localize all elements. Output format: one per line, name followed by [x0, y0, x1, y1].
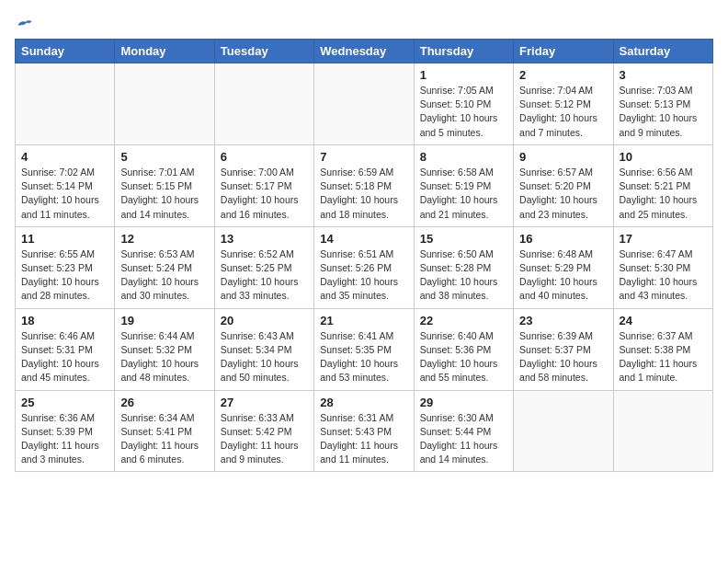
logo-bird-icon [17, 18, 33, 31]
table-row: 20Sunrise: 6:43 AM Sunset: 5:34 PM Dayli… [214, 308, 313, 390]
day-number: 13 [221, 232, 308, 246]
calendar-week-5: 25Sunrise: 6:36 AM Sunset: 5:39 PM Dayli… [16, 390, 713, 472]
day-info: Sunrise: 6:59 AM Sunset: 5:18 PM Dayligh… [320, 166, 407, 222]
logo [15, 18, 33, 31]
day-number: 3 [620, 68, 707, 82]
table-row: 23Sunrise: 6:39 AM Sunset: 5:37 PM Dayli… [514, 308, 613, 390]
day-info: Sunrise: 6:33 AM Sunset: 5:42 PM Dayligh… [221, 411, 308, 467]
table-row: 18Sunrise: 6:46 AM Sunset: 5:31 PM Dayli… [16, 308, 115, 390]
day-number: 19 [120, 314, 208, 327]
weekday-header-thursday: Thursday [414, 40, 513, 63]
table-row: 11Sunrise: 6:55 AM Sunset: 5:23 PM Dayli… [16, 226, 115, 308]
weekday-header-sunday: Sunday [16, 40, 115, 63]
day-number: 2 [519, 68, 607, 82]
table-row: 24Sunrise: 6:37 AM Sunset: 5:38 PM Dayli… [613, 308, 712, 390]
day-info: Sunrise: 6:46 AM Sunset: 5:31 PM Dayligh… [21, 329, 108, 385]
day-number: 23 [519, 314, 607, 327]
calendar-week-2: 4Sunrise: 7:02 AM Sunset: 5:14 PM Daylig… [16, 144, 713, 226]
day-number: 5 [120, 150, 208, 164]
day-number: 4 [21, 150, 108, 164]
day-info: Sunrise: 6:36 AM Sunset: 5:39 PM Dayligh… [21, 411, 108, 467]
day-info: Sunrise: 6:51 AM Sunset: 5:26 PM Dayligh… [320, 247, 407, 304]
table-row [613, 390, 712, 472]
day-number: 27 [221, 396, 308, 409]
weekday-header-friday: Friday [514, 40, 613, 63]
table-row: 6Sunrise: 7:00 AM Sunset: 5:17 PM Daylig… [214, 144, 313, 226]
day-info: Sunrise: 6:53 AM Sunset: 5:24 PM Dayligh… [120, 247, 208, 304]
table-row: 16Sunrise: 6:48 AM Sunset: 5:29 PM Dayli… [514, 226, 613, 308]
table-row: 12Sunrise: 6:53 AM Sunset: 5:24 PM Dayli… [115, 226, 214, 308]
day-number: 8 [420, 150, 507, 164]
weekday-header-tuesday: Tuesday [214, 40, 313, 63]
table-row: 8Sunrise: 6:58 AM Sunset: 5:19 PM Daylig… [414, 144, 513, 226]
day-info: Sunrise: 6:31 AM Sunset: 5:43 PM Dayligh… [320, 411, 407, 467]
calendar-week-1: 1Sunrise: 7:05 AM Sunset: 5:10 PM Daylig… [16, 63, 713, 145]
day-info: Sunrise: 7:04 AM Sunset: 5:12 PM Dayligh… [519, 84, 607, 140]
day-number: 16 [519, 232, 607, 246]
day-info: Sunrise: 6:43 AM Sunset: 5:34 PM Dayligh… [221, 329, 308, 385]
day-number: 24 [620, 314, 707, 327]
day-number: 29 [420, 396, 507, 409]
table-row: 27Sunrise: 6:33 AM Sunset: 5:42 PM Dayli… [214, 390, 313, 472]
day-info: Sunrise: 6:57 AM Sunset: 5:20 PM Dayligh… [519, 166, 607, 222]
day-info: Sunrise: 7:01 AM Sunset: 5:15 PM Dayligh… [120, 166, 208, 222]
table-row [115, 63, 214, 145]
day-info: Sunrise: 6:47 AM Sunset: 5:30 PM Dayligh… [620, 247, 707, 304]
table-row: 2Sunrise: 7:04 AM Sunset: 5:12 PM Daylig… [514, 63, 613, 145]
day-number: 28 [320, 396, 407, 409]
day-info: Sunrise: 6:34 AM Sunset: 5:41 PM Dayligh… [120, 411, 208, 467]
day-number: 21 [320, 314, 407, 327]
day-info: Sunrise: 6:58 AM Sunset: 5:19 PM Dayligh… [420, 166, 507, 222]
header [15, 15, 713, 31]
calendar-header-row: SundayMondayTuesdayWednesdayThursdayFrid… [16, 40, 713, 63]
table-row: 22Sunrise: 6:40 AM Sunset: 5:36 PM Dayli… [414, 308, 513, 390]
day-number: 9 [519, 150, 607, 164]
table-row: 14Sunrise: 6:51 AM Sunset: 5:26 PM Dayli… [314, 226, 414, 308]
table-row: 4Sunrise: 7:02 AM Sunset: 5:14 PM Daylig… [16, 144, 115, 226]
weekday-header-saturday: Saturday [613, 40, 712, 63]
table-row: 19Sunrise: 6:44 AM Sunset: 5:32 PM Dayli… [115, 308, 214, 390]
table-row: 1Sunrise: 7:05 AM Sunset: 5:10 PM Daylig… [414, 63, 513, 145]
day-info: Sunrise: 6:41 AM Sunset: 5:35 PM Dayligh… [320, 329, 407, 385]
table-row: 9Sunrise: 6:57 AM Sunset: 5:20 PM Daylig… [514, 144, 613, 226]
day-info: Sunrise: 6:44 AM Sunset: 5:32 PM Dayligh… [120, 329, 208, 385]
table-row: 3Sunrise: 7:03 AM Sunset: 5:13 PM Daylig… [613, 63, 712, 145]
day-number: 20 [221, 314, 308, 327]
weekday-header-wednesday: Wednesday [314, 40, 414, 63]
calendar-week-3: 11Sunrise: 6:55 AM Sunset: 5:23 PM Dayli… [16, 226, 713, 308]
day-number: 14 [320, 232, 407, 246]
day-info: Sunrise: 6:52 AM Sunset: 5:25 PM Dayligh… [221, 247, 308, 304]
day-number: 7 [320, 150, 407, 164]
day-number: 6 [221, 150, 308, 164]
day-number: 26 [120, 396, 208, 409]
table-row: 10Sunrise: 6:56 AM Sunset: 5:21 PM Dayli… [613, 144, 712, 226]
table-row: 5Sunrise: 7:01 AM Sunset: 5:15 PM Daylig… [115, 144, 214, 226]
table-row [16, 63, 115, 145]
day-info: Sunrise: 6:55 AM Sunset: 5:23 PM Dayligh… [21, 247, 108, 304]
table-row: 26Sunrise: 6:34 AM Sunset: 5:41 PM Dayli… [115, 390, 214, 472]
day-number: 17 [620, 232, 707, 246]
table-row: 21Sunrise: 6:41 AM Sunset: 5:35 PM Dayli… [314, 308, 414, 390]
weekday-header-monday: Monday [115, 40, 214, 63]
day-number: 11 [21, 232, 108, 246]
day-info: Sunrise: 6:48 AM Sunset: 5:29 PM Dayligh… [519, 247, 607, 304]
table-row: 17Sunrise: 6:47 AM Sunset: 5:30 PM Dayli… [613, 226, 712, 308]
day-number: 22 [420, 314, 507, 327]
calendar-table: SundayMondayTuesdayWednesdayThursdayFrid… [15, 39, 713, 472]
table-row: 7Sunrise: 6:59 AM Sunset: 5:18 PM Daylig… [314, 144, 414, 226]
table-row: 28Sunrise: 6:31 AM Sunset: 5:43 PM Dayli… [314, 390, 414, 472]
table-row [514, 390, 613, 472]
day-info: Sunrise: 7:00 AM Sunset: 5:17 PM Dayligh… [221, 166, 308, 222]
day-number: 12 [120, 232, 208, 246]
day-info: Sunrise: 6:50 AM Sunset: 5:28 PM Dayligh… [420, 247, 507, 304]
table-row: 15Sunrise: 6:50 AM Sunset: 5:28 PM Dayli… [414, 226, 513, 308]
table-row: 29Sunrise: 6:30 AM Sunset: 5:44 PM Dayli… [414, 390, 513, 472]
table-row [214, 63, 313, 145]
calendar-week-4: 18Sunrise: 6:46 AM Sunset: 5:31 PM Dayli… [16, 308, 713, 390]
day-info: Sunrise: 6:39 AM Sunset: 5:37 PM Dayligh… [519, 329, 607, 385]
day-info: Sunrise: 6:40 AM Sunset: 5:36 PM Dayligh… [420, 329, 507, 385]
day-info: Sunrise: 6:56 AM Sunset: 5:21 PM Dayligh… [620, 166, 707, 222]
day-number: 15 [420, 232, 507, 246]
day-info: Sunrise: 7:03 AM Sunset: 5:13 PM Dayligh… [620, 84, 707, 140]
day-number: 1 [420, 68, 507, 82]
